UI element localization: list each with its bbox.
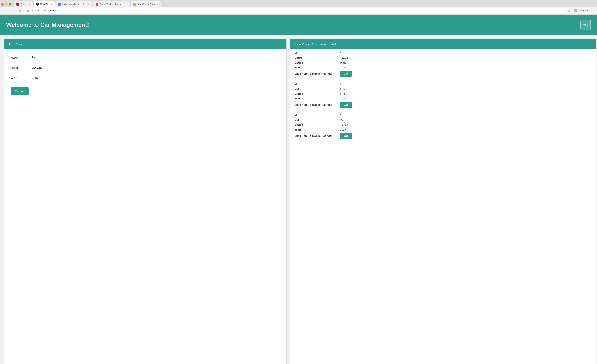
car-year-value: 2017 (340, 97, 592, 100)
car-model-label: Model: (294, 61, 340, 64)
tab-newfile-label: New File (40, 3, 49, 5)
menu-button[interactable]: ⋮ (589, 8, 595, 13)
add-cars-form: Make Model Year Submit (4, 49, 286, 103)
tab-fama-close[interactable]: × (126, 3, 127, 6)
address-text: localhost:4200/cardetails (31, 9, 562, 12)
car-model-row: Model: Prius (294, 61, 592, 64)
car-id-label: Id: (294, 114, 340, 117)
car-make-value: Ford (340, 87, 592, 91)
go-button-1[interactable]: GO (340, 71, 352, 77)
car-go-value: GO (340, 71, 592, 77)
go-button-3[interactable]: GO (340, 133, 352, 139)
car-make-row: Make: Toyota (294, 56, 592, 59)
car-id-row: Id: 2 (294, 83, 592, 86)
model-input[interactable] (31, 65, 280, 70)
car-year-label: Year: (294, 97, 340, 100)
view-cars-subtitle: (click on car to rate it) (312, 43, 338, 46)
tab-spring[interactable]: spring.jpa.hibernate.ddl-auto=... × (55, 1, 93, 7)
go-button-2[interactable]: GO (340, 102, 352, 108)
car-year-label: Year: (294, 128, 340, 131)
car-make-row: Make: VW (294, 119, 592, 122)
car-ratings-label: Click Here To Mange Ratings: (294, 134, 340, 137)
window-controls (1, 3, 11, 7)
make-input[interactable] (31, 55, 280, 60)
car-year-label: Year: (294, 66, 340, 69)
google-icon (58, 3, 61, 6)
car-year-value: 2006 (340, 66, 592, 69)
car-entry-3[interactable]: Id: 3 Make: VW Model: Tiguan Year: 2017 … (290, 111, 596, 142)
car-entry-1[interactable]: Id: 1 Make: Toyota Model: Prius Year: 20… (290, 49, 596, 80)
refresh-button[interactable]: ↻ (17, 8, 22, 13)
year-input[interactable] (31, 75, 280, 80)
tab-stackedit[interactable]: StackEdit – Editor × (131, 1, 161, 7)
logout-icon (583, 22, 589, 28)
nav-bar: ← → ↻ 🔒 localhost:4200/cardetails ☆ ☰ Mi… (0, 7, 597, 15)
car-id-label: Id: (294, 52, 340, 55)
car-ratings-row: Click Here To Mange Ratings: GO (294, 133, 592, 139)
car-model-label: Model: (294, 92, 340, 95)
car-model-value: Prius (340, 61, 592, 64)
angular-icon (16, 3, 19, 6)
car-year-row: Year: 2017 (294, 128, 592, 131)
view-cars-title: View Cars (294, 42, 309, 46)
car-make-label: Make: (294, 56, 340, 59)
car-entry-2[interactable]: Id: 2 Make: Ford Model: F-150 Year: 2017… (290, 80, 596, 111)
car-year-value: 2017 (340, 128, 592, 131)
add-cars-title: Add Cars (8, 42, 22, 46)
address-bar[interactable]: 🔒 localhost:4200/cardetails (24, 8, 565, 13)
forward-button[interactable]: → (9, 8, 15, 13)
close-window-button[interactable] (1, 3, 4, 6)
car-ratings-row: Click Here To Mange Ratings: GO (294, 102, 592, 108)
car-ratings-label: Click Here To Mange Ratings: (294, 103, 340, 106)
github-icon (36, 3, 39, 6)
app-header: Welcome to Car Management! (0, 15, 597, 35)
car-id-value: 2 (340, 83, 592, 86)
tab-fama[interactable]: Fama: Online Identity Analysi... × (93, 1, 130, 7)
car-make-value: Toyota (340, 56, 592, 59)
car-model-row: Model: Tiguan (294, 123, 592, 127)
maximize-window-button[interactable] (9, 3, 11, 6)
car-model-row: Model: F-150 (294, 92, 592, 95)
make-label: Make (11, 56, 31, 59)
model-label: Model (11, 66, 31, 70)
car-id-label: Id: (294, 83, 340, 86)
extensions-button[interactable]: ☰ (573, 8, 578, 13)
stackedit-icon (133, 3, 136, 6)
model-field-group: Model (11, 65, 280, 70)
tab-testprj-close[interactable]: × (28, 3, 30, 6)
tab-spring-label: spring.jpa.hibernate.ddl-auto=... (62, 3, 87, 5)
view-cars-panel-header: View Cars (click on car to rate it) (290, 40, 596, 49)
add-cars-panel: Add Cars Make Model Year Submit (4, 39, 287, 364)
car-year-row: Year: 2006 (294, 66, 592, 69)
year-field-group: Year (11, 75, 280, 80)
car-id-value: 3 (340, 114, 592, 117)
profile-name: Michael (579, 9, 588, 12)
tab-fama-label: Fama: Online Identity Analysi... (100, 3, 125, 5)
app-body: Add Cars Make Model Year Submit View Car… (0, 35, 597, 364)
car-id-row: Id: 1 (294, 52, 592, 55)
car-id-row: Id: 3 (294, 114, 592, 117)
logout-button[interactable] (581, 20, 591, 30)
car-id-value: 1 (340, 52, 592, 55)
tab-stackedit-label: StackEdit – Editor (137, 3, 156, 5)
view-cars-panel: View Cars (click on car to rate it) Id: … (290, 39, 596, 364)
tab-newfile[interactable]: New File × (33, 1, 55, 7)
tab-testprj[interactable]: Testprj × (14, 1, 33, 7)
car-model-label: Model: (294, 123, 340, 127)
car-make-label: Make: (294, 87, 340, 91)
add-cars-panel-header: Add Cars (4, 40, 286, 49)
car-year-row: Year: 2017 (294, 97, 592, 100)
tab-spring-close[interactable]: × (88, 3, 90, 6)
tab-newfile-close[interactable]: × (50, 3, 52, 6)
minimize-window-button[interactable] (5, 3, 8, 6)
tab-stackedit-close[interactable]: × (157, 3, 158, 6)
car-make-label: Make: (294, 119, 340, 122)
lock-icon: 🔒 (27, 9, 30, 12)
tab-bar: Testprj × New File × spring.jpa.hibernat… (0, 0, 597, 7)
submit-button[interactable]: Submit (11, 87, 29, 95)
bookmark-button[interactable]: ☆ (566, 8, 572, 13)
back-button[interactable]: ← (2, 8, 8, 13)
car-ratings-row: Click Here To Mange Ratings: GO (294, 71, 592, 77)
car-ratings-label: Click Here To Mange Ratings: (294, 72, 340, 75)
tab-testprj-label: Testprj (21, 3, 27, 5)
